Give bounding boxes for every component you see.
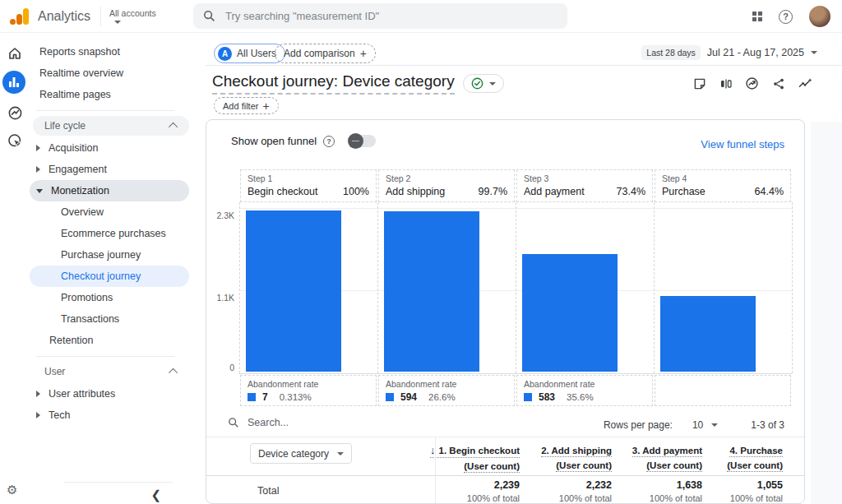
- divider: [36, 110, 174, 111]
- nav-tech[interactable]: Tech: [30, 405, 189, 426]
- plus-icon: +: [262, 99, 269, 113]
- nav-user-attributes[interactable]: User attributes: [30, 383, 189, 405]
- funnel-step-header[interactable]: Step 2 Add shipping 99.7%: [378, 169, 515, 202]
- x-axis-line: [239, 373, 792, 374]
- column-separator: [239, 202, 240, 373]
- nav-transactions[interactable]: Transactions: [30, 308, 189, 330]
- funnel-step-header[interactable]: Step 4 Purchase 64.4%: [655, 169, 791, 202]
- table-header-row: Device category ↓1. Begin checkout (User…: [206, 437, 804, 476]
- compare-icon[interactable]: [718, 76, 733, 91]
- divider: [36, 356, 174, 357]
- column-separator: [516, 202, 516, 373]
- nav-retention[interactable]: Retention: [28, 330, 197, 351]
- home-icon[interactable]: [6, 44, 24, 62]
- nav-acquisition[interactable]: Acquisition: [30, 137, 189, 159]
- explore-icon[interactable]: [6, 104, 24, 122]
- column-header-begin-checkout[interactable]: ↓1. Begin checkout (User count): [430, 442, 520, 473]
- table-column-divider: [435, 437, 436, 503]
- chevron-down-icon[interactable]: [711, 423, 718, 427]
- abandonment-cell: Abandonment rate 594 26.6%: [378, 375, 515, 406]
- funnel-report-card: Show open funnel ? View funnel steps Ste…: [206, 119, 805, 504]
- abandonment-cell: Abandonment rate 7 0.313%: [240, 375, 377, 406]
- show-open-funnel-label: Show open funnel: [231, 135, 317, 147]
- trending-insights-icon[interactable]: [797, 76, 812, 91]
- column-separator: [792, 202, 793, 373]
- total-add-shipping: 2,232100% of total: [559, 479, 612, 503]
- pagination-range: 1-3 of 3: [751, 419, 784, 431]
- insights-icon[interactable]: [744, 76, 760, 91]
- help-icon[interactable]: ?: [779, 10, 793, 24]
- funnel-step-header[interactable]: Step 3 Add payment 73.4%: [516, 169, 653, 202]
- open-funnel-toggle[interactable]: [348, 135, 376, 147]
- search-icon: [228, 417, 239, 428]
- nav-realtime-overview[interactable]: Realtime overview: [28, 62, 197, 84]
- table-toolbar: Rows per page: 10 1-3 of 3: [206, 414, 804, 437]
- global-search[interactable]: [193, 3, 567, 29]
- main-content: A All Users Add comparison+ Last 28 days…: [197, 33, 842, 504]
- column-separator: [377, 202, 378, 373]
- nav-engagement[interactable]: Engagement: [30, 159, 189, 180]
- advertising-icon[interactable]: [6, 132, 24, 150]
- funnel-bar[interactable]: [246, 210, 341, 372]
- apps-grid-icon[interactable]: [752, 12, 763, 22]
- divider: [206, 65, 842, 66]
- expand-arrow-icon: [36, 412, 40, 418]
- rows-per-page-value[interactable]: 10: [692, 419, 703, 431]
- dimension-selector[interactable]: Device category: [250, 443, 352, 464]
- nav-promotions[interactable]: Promotions: [30, 287, 189, 308]
- funnel-bar[interactable]: [384, 211, 479, 372]
- divider: [64, 482, 173, 483]
- date-range-picker[interactable]: Last 28 days Jul 21 - Aug 17, 2025: [641, 45, 817, 60]
- admin-gear-icon[interactable]: ⚙: [7, 483, 17, 497]
- table-search[interactable]: [228, 417, 412, 428]
- table-search-input[interactable]: [248, 417, 412, 428]
- chevron-down-icon: [337, 452, 344, 455]
- nav-realtime-pages[interactable]: Realtime pages: [28, 84, 197, 105]
- report-status-badge[interactable]: [463, 74, 504, 93]
- account-switcher[interactable]: All accounts: [109, 9, 156, 24]
- global-search-input[interactable]: [225, 10, 538, 22]
- help-icon[interactable]: ?: [323, 136, 335, 147]
- nav-ecommerce-purchases[interactable]: Ecommerce purchases: [30, 223, 189, 244]
- abandonment-cell: Abandonment rate 583 35.6%: [516, 375, 653, 406]
- reports-icon[interactable]: [2, 71, 25, 94]
- right-rail-background: [811, 122, 842, 504]
- y-axis-tick: 2.3K: [210, 210, 234, 220]
- column-header-add-payment[interactable]: 3. Add payment (User count): [632, 442, 702, 472]
- expand-arrow-icon: [36, 145, 40, 151]
- funnel-bar[interactable]: [660, 296, 756, 372]
- chevron-up-icon: [169, 368, 178, 377]
- left-icon-rail: [0, 33, 28, 504]
- column-header-purchase[interactable]: 4. Purchase (User count): [727, 442, 783, 472]
- funnel-bar[interactable]: [522, 254, 618, 372]
- add-filter-chip[interactable]: Add filter+: [214, 97, 279, 114]
- note-icon[interactable]: [692, 76, 707, 91]
- segment-a-icon: A: [218, 47, 232, 61]
- chevron-down-icon: [114, 21, 121, 24]
- brand-title: Analytics: [38, 9, 90, 24]
- view-funnel-steps-link[interactable]: View funnel steps: [701, 138, 784, 150]
- share-icon[interactable]: [770, 76, 786, 91]
- rows-per-page-label: Rows per page:: [604, 419, 673, 431]
- date-preset-badge: Last 28 days: [641, 45, 701, 60]
- total-add-payment: 1,638100% of total: [650, 479, 702, 503]
- avatar[interactable]: [809, 6, 830, 27]
- nav-section-life-cycle[interactable]: Life cycle: [33, 116, 189, 136]
- nav-monetization-overview[interactable]: Overview: [30, 201, 189, 223]
- funnel-step-header[interactable]: Step 1 Begin checkout 100%: [240, 169, 377, 202]
- check-circle-icon: [471, 77, 483, 90]
- nav-checkout-journey[interactable]: Checkout journey: [30, 266, 189, 287]
- analytics-logo-icon: [10, 7, 30, 25]
- nav-reports-snapshot[interactable]: Reports snapshot: [28, 41, 197, 62]
- y-axis-tick: 1.1K: [210, 293, 234, 303]
- chevron-down-icon: [811, 51, 817, 54]
- add-comparison-chip[interactable]: Add comparison+: [275, 44, 376, 63]
- search-icon: [203, 10, 215, 22]
- nav-purchase-journey[interactable]: Purchase journey: [30, 244, 189, 266]
- total-begin-checkout: 2,239100% of total: [467, 479, 520, 503]
- collapse-sidebar-icon[interactable]: ❮: [150, 488, 161, 502]
- column-header-add-shipping[interactable]: 2. Add shipping (User count): [541, 442, 612, 472]
- nav-section-user[interactable]: User: [33, 362, 189, 381]
- collapse-arrow-icon: [36, 189, 43, 193]
- nav-monetization[interactable]: Monetization: [30, 180, 189, 201]
